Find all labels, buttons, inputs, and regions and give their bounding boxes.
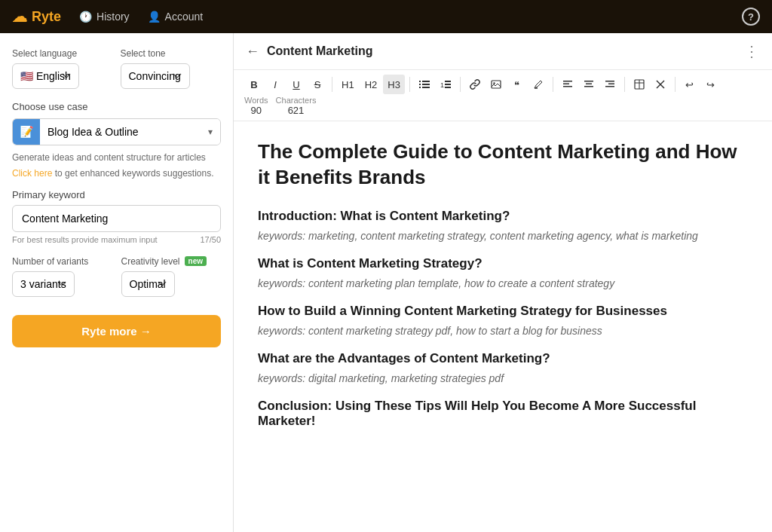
keyword-hint: Click here to get enhanced keywords sugg… (12, 167, 221, 180)
bullet-list-button[interactable] (415, 75, 434, 94)
keyword-hint-link[interactable]: Click here (12, 168, 52, 179)
underline-button[interactable]: U (286, 75, 306, 94)
creativity-col: Creativity level new Optimal (121, 256, 222, 297)
use-case-arrow-icon: ▾ (208, 119, 220, 145)
toolbar-divider-4 (553, 77, 553, 92)
section-keywords: keywords: content marketing strategy pdf… (258, 323, 748, 339)
image-button[interactable] (486, 75, 506, 94)
align-left-icon (562, 79, 573, 90)
ordered-list-button[interactable]: 1. (436, 75, 455, 94)
quote-button[interactable]: ❝ (507, 75, 527, 94)
svg-rect-5 (422, 87, 430, 88)
section-heading: Introduction: What is Content Marketing? (258, 209, 748, 224)
section-keywords: keywords: digital marketing, marketing s… (258, 371, 748, 387)
ryte-more-button[interactable]: Ryte more → (12, 315, 221, 347)
word-count-area: Words 90 Characters 621 (244, 96, 316, 116)
use-case-hint: Generate ideas and content structure for… (12, 151, 221, 164)
section-keywords: keywords: marketing, content marketing s… (258, 228, 748, 244)
svg-point-11 (493, 82, 495, 84)
svg-rect-10 (492, 81, 501, 88)
ordered-list-icon: 1. (440, 79, 451, 90)
use-case-row: 📝 Blog Idea & Outline ▾ (12, 118, 221, 145)
svg-rect-9 (445, 87, 451, 88)
svg-rect-20 (608, 84, 614, 85)
toolbar-divider-6 (675, 77, 676, 92)
characters-label: Characters (276, 96, 317, 105)
use-case-label: Choose use case (12, 101, 221, 112)
svg-rect-13 (563, 81, 572, 82)
align-right-button[interactable] (600, 75, 620, 94)
table-button[interactable] (630, 75, 649, 94)
keyword-input[interactable] (12, 205, 221, 232)
nav-account[interactable]: 👤 Account (148, 11, 204, 23)
use-case-select[interactable]: Blog Idea & Outline (40, 119, 208, 145)
nav-history-label: History (96, 11, 130, 23)
section-heading: What are the Advantages of Content Marke… (258, 351, 748, 366)
help-button[interactable]: ? (742, 8, 760, 26)
editor-header: ← Content Marketing ⋮ (234, 33, 772, 70)
content-section: What are the Advantages of Content Marke… (258, 351, 748, 387)
svg-rect-1 (422, 81, 430, 82)
svg-rect-8 (445, 84, 451, 85)
keyword-best-text: For best results provide maximum input (12, 235, 158, 244)
bold-button[interactable]: B (244, 75, 264, 94)
clear-format-icon (655, 79, 666, 90)
section-keywords: keywords: content marketing plan templat… (258, 276, 748, 292)
table-icon (634, 79, 645, 90)
nav-history[interactable]: 🕐 History (79, 11, 130, 23)
words-count: Words 90 (244, 96, 268, 116)
h2-button[interactable]: H2 (360, 75, 382, 94)
editor-body[interactable]: The Complete Guide to Content Marketing … (234, 121, 772, 532)
variants-col: Number of variants 3 variants (12, 256, 112, 297)
align-left-button[interactable] (558, 75, 577, 94)
document-title: The Complete Guide to Content Marketing … (258, 139, 748, 191)
characters-count: Characters 621 (276, 96, 317, 116)
svg-rect-21 (605, 86, 614, 87)
content-section: What is Content Marketing Strategy?keywo… (258, 256, 748, 292)
svg-rect-16 (584, 81, 593, 82)
svg-rect-3 (422, 84, 430, 85)
variants-select[interactable]: 3 variants (12, 271, 75, 297)
svg-rect-7 (445, 81, 451, 82)
language-label: Select language (12, 48, 113, 59)
svg-rect-14 (563, 84, 569, 85)
lang-tone-row: Select language 🇺🇸 English Select tone C… (12, 48, 221, 89)
align-right-icon (605, 79, 615, 90)
back-button[interactable]: ← (246, 44, 259, 60)
svg-rect-2 (419, 84, 421, 85)
app-logo[interactable]: ☁ Ryte (12, 8, 61, 26)
words-value: 90 (251, 105, 262, 116)
use-case-icon: 📝 (13, 119, 40, 145)
strikethrough-button[interactable]: S (308, 75, 327, 94)
keyword-count: 17/50 (200, 235, 221, 244)
editor-main: ← Content Marketing ⋮ B I U S H1 H2 H3 1… (234, 33, 772, 532)
undo-button[interactable]: ↩ (680, 75, 700, 94)
link-button[interactable] (465, 75, 485, 94)
bullet-list-icon (419, 79, 430, 90)
section-heading: What is Content Marketing Strategy? (258, 256, 748, 271)
h3-button[interactable]: H3 (383, 75, 405, 94)
h1-button[interactable]: H1 (337, 75, 359, 94)
creativity-label: Creativity level new (121, 256, 222, 267)
keyword-hint-suffix: to get enhanced keywords suggestions. (52, 168, 213, 179)
toolbar-divider-2 (409, 77, 410, 92)
align-center-button[interactable] (579, 75, 599, 94)
top-nav: ☁ Ryte 🕐 History 👤 Account ? (0, 0, 772, 33)
redo-button[interactable]: ↪ (701, 75, 721, 94)
align-center-icon (584, 79, 594, 90)
clear-format-button[interactable] (651, 75, 670, 94)
keyword-label: Primary keyword (12, 189, 221, 200)
tone-select[interactable]: Convincing (121, 63, 190, 89)
italic-button[interactable]: I (265, 75, 285, 94)
nav-account-label: Account (165, 11, 204, 23)
content-section: Conclusion: Using These Tips Will Help Y… (258, 399, 748, 429)
sidebar: Select language 🇺🇸 English Select tone C… (0, 33, 234, 532)
more-options-button[interactable]: ⋮ (744, 42, 760, 60)
characters-value: 621 (288, 105, 305, 116)
app-layout: Select language 🇺🇸 English Select tone C… (0, 33, 772, 532)
language-select[interactable]: 🇺🇸 English (12, 63, 79, 89)
section-heading: How to Build a Winning Content Marketing… (258, 304, 748, 319)
highlight-button[interactable] (528, 75, 548, 94)
svg-rect-15 (563, 86, 572, 87)
creativity-select[interactable]: Optimal (121, 271, 175, 297)
